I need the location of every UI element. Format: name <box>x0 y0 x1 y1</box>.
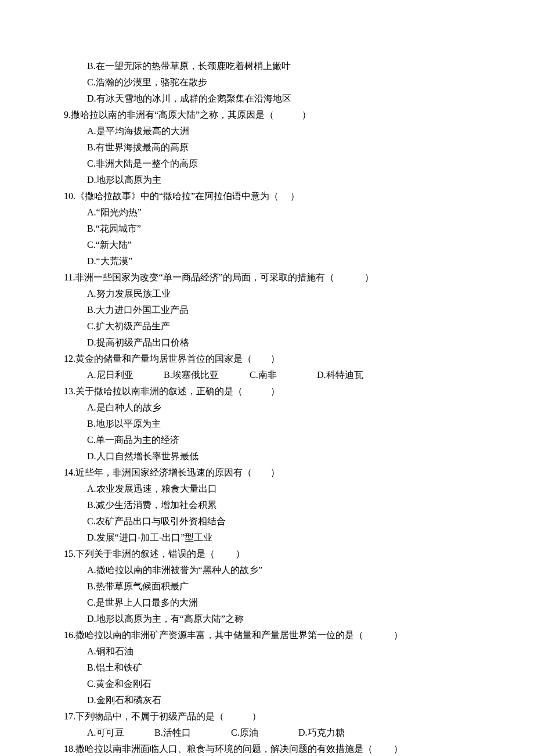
q13-option-c: C.单一商品为主的经济 <box>64 432 470 448</box>
q17-option-a: A.可可豆 <box>87 725 152 741</box>
q9-option-b: B.有世界海拔最高的高原 <box>64 139 470 156</box>
q10-option-c: C.“新大陆” <box>64 237 470 253</box>
q10-option-b: B.“花园城市” <box>64 221 470 237</box>
q15-stem: 15.下列关于非洲的叙述，错误的是（ ） <box>64 546 470 562</box>
q15-option-d: D.地形以高原为主，有“高原大陆”之称 <box>64 611 470 627</box>
q9-option-a: A.是平均海拔最高的大洲 <box>64 123 470 139</box>
q16-option-c: C.黄金和金刚石 <box>64 676 470 692</box>
q12-stem: 12.黄金的储量和产量均居世界首位的国家是（ ） <box>64 351 470 367</box>
q13-option-d: D.人口自然增长率世界最低 <box>64 448 470 465</box>
q10-option-a: A.“阳光灼热” <box>64 204 470 221</box>
q11-stem: 11.非洲一些国家为改变“单一商品经济”的局面，可采取的措施有（ ） <box>64 269 470 286</box>
q14-option-a: A.农业发展迅速，粮食大量出口 <box>64 481 470 497</box>
q8-option-d: D.有冰天雪地的冰川，成群的企鹅聚集在沿海地区 <box>64 91 470 107</box>
q14-stem: 14.近些年，非洲国家经济增长迅速的原因有（ ） <box>64 465 470 481</box>
q16-stem: 16.撒哈拉以南的非洲矿产资源丰富，其中储量和产量居世界第一位的是（ ） <box>64 627 470 643</box>
q15-option-a: A.撒哈拉以南的非洲被誉为“黑种人的故乡” <box>64 562 470 578</box>
q12-option-a: A.尼日利亚 <box>87 367 161 383</box>
q14-option-d: D.发展“进口‐加工‐出口”型工业 <box>64 530 470 546</box>
q11-option-b: B.大力进口外国工业产品 <box>64 302 470 318</box>
q9-stem: 9.撒哈拉以南的非洲有“高原大陆”之称，其原因是（ ） <box>64 107 470 123</box>
q17-stem: 17.下列物品中，不属于初级产品的是（ ） <box>64 708 470 725</box>
q8-option-b: B.在一望无际的热带草原，长颈鹿吃着树梢上嫩叶 <box>64 58 470 74</box>
q12-option-d: D.科特迪瓦 <box>317 367 363 383</box>
q12-option-b: B.埃塞俄比亚 <box>164 367 247 383</box>
q15-option-b: B.热带草原气候面积最广 <box>64 578 470 595</box>
q13-stem: 13.关于撒哈拉以南非洲的叙述，正确的是（ ） <box>64 383 470 399</box>
q15-option-c: C.是世界上人口最多的大洲 <box>64 595 470 611</box>
q16-option-a: A.铜和石油 <box>64 643 470 660</box>
q14-option-c: C.农矿产品出口与吸引外资相结合 <box>64 513 470 530</box>
page-content: B.在一望无际的热带草原，长颈鹿吃着树梢上嫩叶 C.浩瀚的沙漠里，骆驼在散步 D… <box>0 0 534 756</box>
q14-option-b: B.减少生活消费，增加社会积累 <box>64 497 470 513</box>
q17-option-d: D.巧克力糖 <box>298 725 345 741</box>
q12-option-c: C.南非 <box>250 367 315 383</box>
q11-option-a: A.努力发展民族工业 <box>64 286 470 302</box>
q11-option-d: D.提高初级产品出口价格 <box>64 334 470 351</box>
q9-option-d: D.地形以高原为主 <box>64 172 470 188</box>
q11-option-c: C.扩大初级产品生产 <box>64 318 470 334</box>
q17-option-b: B.活牲口 <box>154 725 229 741</box>
q10-option-d: D.“大荒漠” <box>64 253 470 269</box>
q17-options-row: A.可可豆 B.活牲口 C.原油 D.巧克力糖 <box>64 725 470 741</box>
q16-option-b: B.铝土和铁矿 <box>64 660 470 676</box>
q10-stem: 10.《撒哈拉故事》中的“撒哈拉”在阿拉伯语中意为（ ） <box>64 188 470 204</box>
q16-option-d: D.金刚石和磷灰石 <box>64 692 470 708</box>
q18-stem: 18.撒哈拉以南非洲面临人口、粮食与环境的问题，解决问题的有效措施是（ ） <box>64 741 470 756</box>
q13-option-b: B.地形以平原为主 <box>64 416 470 432</box>
q17-option-c: C.原油 <box>231 725 296 741</box>
q8-option-c: C.浩瀚的沙漠里，骆驼在散步 <box>64 74 470 91</box>
q12-options-row: A.尼日利亚 B.埃塞俄比亚 C.南非 D.科特迪瓦 <box>64 367 470 383</box>
q9-option-c: C.非洲大陆是一整个的高原 <box>64 156 470 172</box>
q13-option-a: A.是白种人的故乡 <box>64 399 470 416</box>
